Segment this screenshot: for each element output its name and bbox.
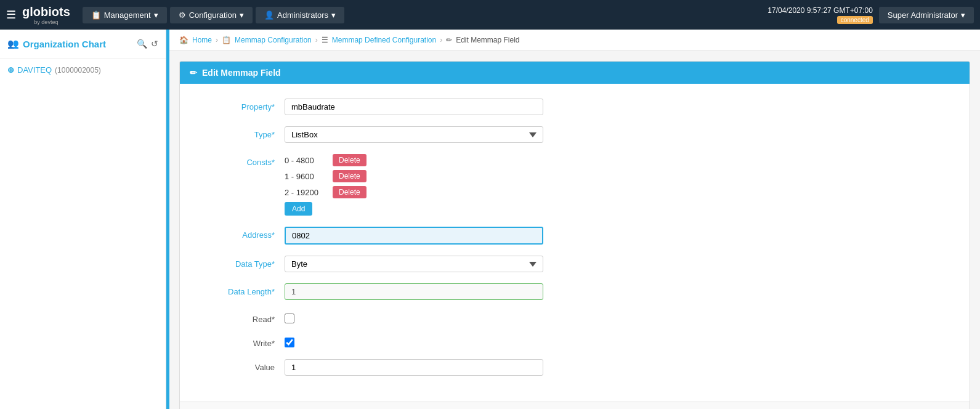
connected-badge: connected xyxy=(837,16,873,24)
consts-row: Consts* 0 - 4800 Delete 1 - 9600 Delete … xyxy=(205,154,945,216)
breadcrumb-home[interactable]: Home xyxy=(192,36,212,44)
logo: globiots by devteq xyxy=(22,5,70,25)
const-text-2: 2 - 19200 xyxy=(285,188,328,197)
breadcrumb-memmap-icon: 📋 xyxy=(222,36,231,44)
datetime: 17/04/2020 9:57:27 GMT+07:00 xyxy=(767,6,872,15)
configuration-menu[interactable]: ⚙ Configuration ▾ xyxy=(170,7,253,23)
logo-text: globiots xyxy=(22,5,70,19)
write-row: Write* xyxy=(205,335,945,348)
const-row-0: 0 - 4800 Delete xyxy=(285,154,366,166)
data-type-row: Data Type* Byte Word DWord Float xyxy=(205,256,945,272)
read-checkbox[interactable] xyxy=(285,314,294,323)
search-icon[interactable]: 🔍 xyxy=(137,39,147,49)
delete-button-0[interactable]: Delete xyxy=(333,154,366,166)
breadcrumb-defined-icon: ☰ xyxy=(322,36,328,44)
configuration-icon: ⚙ xyxy=(179,10,186,20)
value-input[interactable] xyxy=(285,359,543,376)
type-label: Type* xyxy=(205,126,285,139)
user-arrow: ▾ xyxy=(961,10,965,20)
const-row-2: 2 - 19200 Delete xyxy=(285,186,366,198)
home-icon: 🏠 xyxy=(179,36,188,44)
management-menu[interactable]: 📋 Management ▾ xyxy=(83,7,167,23)
management-icon: 📋 xyxy=(91,10,101,20)
address-input[interactable] xyxy=(285,227,543,245)
consts-column: 0 - 4800 Delete 1 - 9600 Delete 2 - 1920… xyxy=(285,154,366,216)
org-chart-icon: 👥 xyxy=(7,38,19,49)
sidebar-actions: 🔍 ↺ xyxy=(137,39,158,49)
user-menu[interactable]: Super Administrator ▾ xyxy=(879,7,974,23)
type-select[interactable]: ListBox TextBox CheckBox xyxy=(285,126,543,143)
address-label: Address* xyxy=(205,227,285,240)
delete-button-1[interactable]: Delete xyxy=(333,170,366,182)
form-header-title: Edit Memmap Field xyxy=(202,68,281,78)
sidebar-title: 👥 Organization Chart xyxy=(7,38,106,49)
top-navigation: ☰ globiots by devteq 📋 Management ▾ ⚙ Co… xyxy=(0,0,980,30)
hamburger-menu[interactable]: ☰ xyxy=(6,8,16,22)
tree-label: DAVITEQ xyxy=(17,65,52,75)
user-label: Super Administrator xyxy=(888,10,958,20)
consts-label: Consts* xyxy=(205,154,285,167)
read-row: Read* xyxy=(205,311,945,324)
write-label: Write* xyxy=(205,335,285,348)
administrators-menu[interactable]: 👤 Administrators ▾ xyxy=(256,7,344,23)
form-footer: ✕ Cancel 💾 Save Changes xyxy=(180,402,970,409)
logo-sub: by devteq xyxy=(34,19,58,25)
value-label: Value xyxy=(205,359,285,372)
form-body: Property* Type* ListBox TextBox CheckBox… xyxy=(180,84,970,402)
breadcrumb-edit-icon: ✏ xyxy=(446,36,452,44)
data-length-value: 1 xyxy=(285,283,543,300)
sidebar-header: 👥 Organization Chart 🔍 ↺ xyxy=(0,30,166,59)
data-length-row: Data Length* 1 xyxy=(205,283,945,300)
breadcrumb-edit-field: Edit Memmap Field xyxy=(456,36,519,44)
form-header-icon: ✏ xyxy=(190,68,197,78)
administrators-icon: 👤 xyxy=(264,10,274,20)
data-type-label: Data Type* xyxy=(205,256,285,269)
top-right: 17/04/2020 9:57:27 GMT+07:00 connected S… xyxy=(767,6,974,24)
data-length-label: Data Length* xyxy=(205,283,285,296)
tree-item-daviteq[interactable]: ⊕ DAVITEQ (1000002005) xyxy=(7,63,158,76)
nav-menus: 📋 Management ▾ ⚙ Configuration ▾ 👤 Admin… xyxy=(83,7,768,23)
org-chart-label: Organization Chart xyxy=(23,39,106,49)
breadcrumb-sep-3: › xyxy=(440,36,442,44)
breadcrumb-memmap-config[interactable]: Memmap Configuration xyxy=(235,36,312,44)
breadcrumb-sep-2: › xyxy=(315,36,318,44)
property-input[interactable] xyxy=(285,99,543,115)
breadcrumb: 🏠 Home › 📋 Memmap Configuration › ☰ Memm… xyxy=(169,30,980,51)
configuration-arrow: ▾ xyxy=(240,10,244,20)
tree-id: (1000002005) xyxy=(55,66,101,75)
write-checkbox[interactable] xyxy=(285,338,294,347)
management-label: Management xyxy=(104,10,151,20)
configuration-label: Configuration xyxy=(189,10,237,20)
property-row: Property* xyxy=(205,99,945,115)
address-row: Address* xyxy=(205,227,945,245)
main-layout: 👥 Organization Chart 🔍 ↺ ⊕ DAVITEQ (1000… xyxy=(0,30,980,409)
delete-button-2[interactable]: Delete xyxy=(333,186,366,198)
property-label: Property* xyxy=(205,99,285,111)
value-row: Value xyxy=(205,359,945,376)
breadcrumb-memmap-defined[interactable]: Memmap Defined Configuration xyxy=(332,36,436,44)
type-row: Type* ListBox TextBox CheckBox xyxy=(205,126,945,143)
add-const-button[interactable]: Add xyxy=(285,202,312,216)
const-text-1: 1 - 9600 xyxy=(285,172,328,181)
administrators-label: Administrators xyxy=(277,10,328,20)
main-content: 🏠 Home › 📋 Memmap Configuration › ☰ Memm… xyxy=(169,30,980,409)
data-type-select[interactable]: Byte Word DWord Float xyxy=(285,256,543,272)
form-card-header: ✏ Edit Memmap Field xyxy=(180,62,970,84)
administrators-arrow: ▾ xyxy=(331,10,336,20)
sidebar-tree: ⊕ DAVITEQ (1000002005) xyxy=(0,59,166,81)
form-card: ✏ Edit Memmap Field Property* Type* List… xyxy=(179,61,970,409)
sidebar: 👥 Organization Chart 🔍 ↺ ⊕ DAVITEQ (1000… xyxy=(0,30,166,409)
expand-icon: ⊕ xyxy=(7,65,14,75)
refresh-icon[interactable]: ↺ xyxy=(151,39,158,49)
read-label: Read* xyxy=(205,311,285,324)
breadcrumb-sep-1: › xyxy=(216,36,218,44)
const-text-0: 0 - 4800 xyxy=(285,156,328,165)
datetime-section: 17/04/2020 9:57:27 GMT+07:00 connected xyxy=(767,6,872,24)
management-arrow: ▾ xyxy=(154,10,158,20)
const-row-1: 1 - 9600 Delete xyxy=(285,170,366,182)
